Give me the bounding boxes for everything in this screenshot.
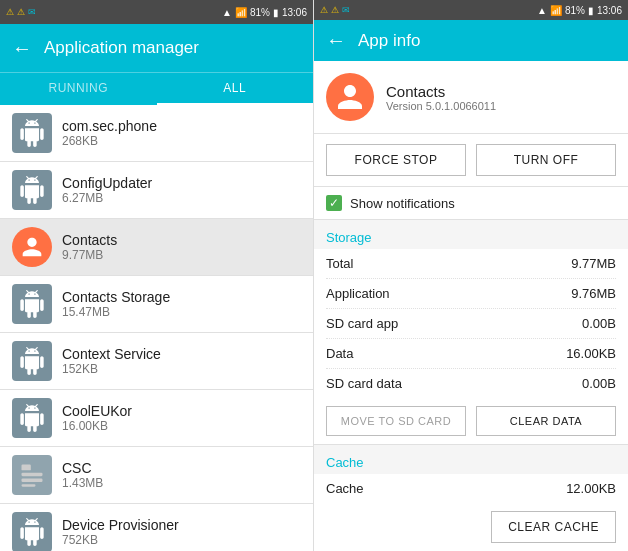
force-stop-button[interactable]: FORCE STOP <box>326 144 466 176</box>
app-icon-contacts <box>12 227 52 267</box>
clear-data-button[interactable]: CLEAR DATA <box>476 406 616 436</box>
storage-row-total: Total 9.77MB <box>326 249 616 279</box>
app-name-phone: com.sec.phone <box>62 118 301 134</box>
clear-cache-button[interactable]: CLEAR CACHE <box>491 511 616 543</box>
warning-icon-1: ⚠ <box>6 7 14 17</box>
app-icon-device-prov <box>12 512 52 551</box>
tab-all[interactable]: ALL <box>157 73 314 105</box>
mail-icon: ✉ <box>28 7 36 17</box>
list-item[interactable]: Contacts Storage 15.47MB <box>0 276 313 333</box>
contacts-icon <box>326 73 374 121</box>
left-panel: ⚠ ⚠ ✉ ▲ 📶 81% ▮ 13:06 ← Application mana… <box>0 0 314 551</box>
right-header: ← App info <box>314 20 628 61</box>
battery-icon: ▮ <box>273 7 279 18</box>
storage-label-app: Application <box>326 286 390 301</box>
storage-label-total: Total <box>326 256 353 271</box>
storage-value-total: 9.77MB <box>571 256 616 271</box>
app-icon-cool <box>12 398 52 438</box>
app-name-csc: CSC <box>62 460 301 476</box>
app-info-contacts-storage: Contacts Storage 15.47MB <box>62 289 301 319</box>
app-info-config: ConfigUpdater 6.27MB <box>62 175 301 205</box>
storage-section: Total 9.77MB Application 9.76MB SD card … <box>314 249 628 398</box>
list-item[interactable]: ConfigUpdater 6.27MB <box>0 162 313 219</box>
app-size-csc: 1.43MB <box>62 476 301 490</box>
list-item[interactable]: CoolEUKor 16.00KB <box>0 390 313 447</box>
app-icon-config <box>12 170 52 210</box>
app-size-context: 152KB <box>62 362 301 376</box>
right-back-button[interactable]: ← <box>326 29 346 52</box>
app-info-section: Contacts Version 5.0.1.0066011 <box>314 61 628 134</box>
app-size-contacts-storage: 15.47MB <box>62 305 301 319</box>
app-size-config: 6.27MB <box>62 191 301 205</box>
storage-row-sdapp: SD card app 0.00B <box>326 309 616 339</box>
storage-label-sdapp: SD card app <box>326 316 398 331</box>
notifications-row[interactable]: ✓ Show notifications <box>314 187 628 220</box>
storage-value-data: 16.00KB <box>566 346 616 361</box>
storage-value-sdapp: 0.00B <box>582 316 616 331</box>
app-icon-context <box>12 341 52 381</box>
app-name-config: ConfigUpdater <box>62 175 301 191</box>
app-size-device-prov: 752KB <box>62 533 301 547</box>
svg-rect-3 <box>22 484 36 486</box>
left-header-title: Application manager <box>44 38 199 58</box>
r-mail-icon: ✉ <box>342 5 350 15</box>
storage-row-data: Data 16.00KB <box>326 339 616 369</box>
cache-section: Cache 12.00KB <box>314 474 628 503</box>
storage-row-app: Application 9.76MB <box>326 279 616 309</box>
svg-rect-0 <box>22 465 31 471</box>
tab-running[interactable]: RUNNING <box>0 73 157 105</box>
action-buttons: FORCE STOP TURN OFF <box>314 134 628 187</box>
app-size-contacts: 9.77MB <box>62 248 301 262</box>
list-item[interactable]: CSC 1.43MB <box>0 447 313 504</box>
app-size-phone: 268KB <box>62 134 301 148</box>
right-status-icons: ⚠ ⚠ ✉ <box>320 5 350 15</box>
wifi-icon: 📶 <box>235 7 247 18</box>
cache-label: Cache <box>326 481 364 496</box>
app-list: com.sec.phone 268KB ConfigUpdater 6.27MB <box>0 105 313 551</box>
storage-label-data: Data <box>326 346 353 361</box>
app-icon-contacts-storage <box>12 284 52 324</box>
cache-row: Cache 12.00KB <box>326 474 616 503</box>
r-warning-icon-1: ⚠ <box>320 5 328 15</box>
left-back-button[interactable]: ← <box>12 37 32 60</box>
r-battery-percent: 81% <box>565 5 585 16</box>
r-signal-icon: ▲ <box>537 5 547 16</box>
app-info-phone: com.sec.phone 268KB <box>62 118 301 148</box>
notifications-checkbox[interactable]: ✓ <box>326 195 342 211</box>
app-detail-name: Contacts <box>386 83 496 100</box>
left-status-right: ▲ 📶 81% ▮ 13:06 <box>222 7 307 18</box>
app-info-contacts: Contacts 9.77MB <box>62 232 301 262</box>
left-tabs: RUNNING ALL <box>0 72 313 105</box>
app-size-cool: 16.00KB <box>62 419 301 433</box>
left-status-icons: ⚠ ⚠ ✉ <box>6 7 36 17</box>
turn-off-button[interactable]: TURN OFF <box>476 144 616 176</box>
r-wifi-icon: 📶 <box>550 5 562 16</box>
notifications-label: Show notifications <box>350 196 455 211</box>
r-battery-icon: ▮ <box>588 5 594 16</box>
list-item[interactable]: Device Provisioner 752KB <box>0 504 313 551</box>
app-info-device-prov: Device Provisioner 752KB <box>62 517 301 547</box>
svg-rect-2 <box>22 479 43 483</box>
left-header: ← Application manager <box>0 24 313 72</box>
app-name-device-prov: Device Provisioner <box>62 517 301 533</box>
cache-value: 12.00KB <box>566 481 616 496</box>
r-time: 13:06 <box>597 5 622 16</box>
app-info-cool: CoolEUKor 16.00KB <box>62 403 301 433</box>
right-status-right: ▲ 📶 81% ▮ 13:06 <box>537 5 622 16</box>
app-name-context: Context Service <box>62 346 301 362</box>
time-left: 13:06 <box>282 7 307 18</box>
app-info-context: Context Service 152KB <box>62 346 301 376</box>
storage-label-sddata: SD card data <box>326 376 402 391</box>
storage-value-sddata: 0.00B <box>582 376 616 391</box>
app-info-csc: CSC 1.43MB <box>62 460 301 490</box>
move-to-sd-button[interactable]: MOVE TO SD CARD <box>326 406 466 436</box>
list-item[interactable]: com.sec.phone 268KB <box>0 105 313 162</box>
list-item[interactable]: Context Service 152KB <box>0 333 313 390</box>
warning-icon-2: ⚠ <box>17 7 25 17</box>
storage-section-header: Storage <box>314 220 628 249</box>
right-panel: ⚠ ⚠ ✉ ▲ 📶 81% ▮ 13:06 ← App info Contact… <box>314 0 628 551</box>
cache-section-header: Cache <box>314 445 628 474</box>
list-item-contacts[interactable]: Contacts 9.77MB <box>0 219 313 276</box>
r-warning-icon-2: ⚠ <box>331 5 339 15</box>
app-detail-version: Version 5.0.1.0066011 <box>386 100 496 112</box>
